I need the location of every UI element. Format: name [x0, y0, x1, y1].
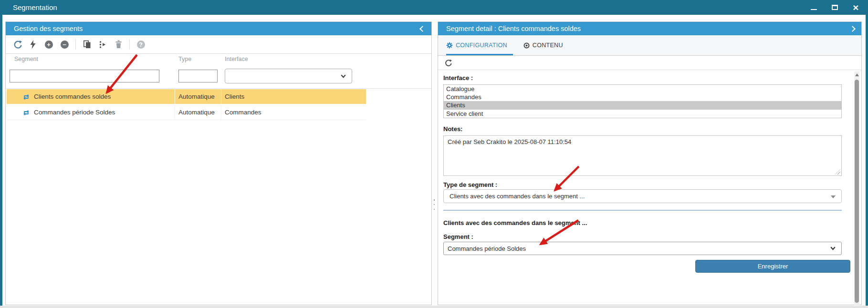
window-controls: ×	[809, 0, 860, 15]
segment-detail-panel: Segment detail : Clients commandes solde…	[438, 21, 862, 305]
window-title: Segmentation	[13, 3, 57, 11]
section-divider	[443, 210, 842, 211]
sync-icon	[22, 93, 30, 101]
help-button[interactable]: ?	[136, 40, 146, 49]
copy-icon	[83, 40, 91, 49]
add-segment-button[interactable]: +	[44, 40, 53, 49]
lightning-icon	[29, 40, 37, 49]
maximize-icon	[832, 5, 838, 10]
type-de-segment-value: Clients avec des commandes dans le segme…	[450, 193, 585, 200]
detail-tabbar: CONFIGURATION CONTENU	[438, 35, 861, 56]
help-icon: ?	[137, 41, 145, 49]
add-circle-icon: +	[45, 41, 53, 49]
table-row[interactable]: Commandes période Soldes Automatique Com…	[7, 105, 366, 120]
refresh-icon	[13, 40, 22, 49]
segments-panel: Gestion des segments + −	[5, 21, 432, 305]
enregistrer-button[interactable]: Enregistrer	[695, 260, 850, 273]
remove-circle-icon: −	[61, 41, 69, 49]
segment-label: Segment :	[443, 233, 473, 240]
tab-configuration-label: CONFIGURATION	[456, 42, 507, 49]
segments-panel-title: Gestion des segments	[14, 25, 83, 32]
duplicate-button[interactable]	[82, 40, 92, 49]
cell-segment: Clients commandes soldes	[34, 93, 111, 100]
segments-panel-header: Gestion des segments	[6, 22, 431, 35]
minimize-button[interactable]	[809, 3, 818, 12]
sync-icon	[22, 109, 30, 116]
cell-interface: Clients	[225, 93, 244, 100]
assign-icon	[99, 40, 107, 49]
minimize-icon	[811, 9, 817, 10]
maximize-button[interactable]	[830, 3, 839, 12]
trash-icon	[115, 40, 122, 49]
collapse-panel-icon[interactable]	[419, 26, 426, 32]
detail-toolbar	[438, 56, 861, 70]
chevron-down-icon	[830, 246, 836, 250]
column-header-segment: Segment	[14, 56, 38, 62]
assign-button[interactable]	[98, 40, 107, 49]
refresh-button[interactable]	[12, 40, 22, 49]
listbox-option[interactable]: Service client	[444, 110, 841, 118]
expand-panel-icon[interactable]	[849, 26, 856, 32]
interface-filter-select[interactable]	[225, 69, 352, 83]
tab-configuration[interactable]: CONFIGURATION	[446, 35, 513, 55]
detail-panel-title: Segment detail : Clients commandes solde…	[446, 25, 581, 32]
listbox-option[interactable]: Catalogue	[444, 85, 841, 93]
refresh-icon	[444, 59, 452, 67]
gear-icon	[446, 42, 453, 49]
cell-type: Automatique	[178, 109, 215, 116]
scrollbar-thumb[interactable]	[855, 80, 859, 303]
scrollbar-up-arrow[interactable]	[854, 72, 859, 78]
segment-filter-input[interactable]	[10, 70, 159, 82]
segment-select-value: Commandes période Soldes	[448, 245, 526, 252]
panel-splitter-handle[interactable]	[432, 199, 436, 210]
interface-label: Interface :	[443, 74, 473, 82]
table-top-border	[6, 88, 431, 89]
table-row[interactable]: Clients commandes soldes Automatique Cli…	[7, 89, 366, 104]
tab-contenu-label: CONTENU	[533, 42, 563, 49]
delete-button[interactable]	[114, 40, 123, 49]
column-header-type: Type	[178, 56, 191, 62]
section-heading: Clients avec des commandes dans le segme…	[443, 219, 587, 226]
vertical-scrollbar[interactable]	[854, 72, 859, 306]
notes-textarea[interactable]: Créé par Seb Crakito le 2025-08-07 11:10…	[443, 135, 842, 176]
app-window: Segmentation × Gestion des segments	[0, 0, 868, 308]
target-icon	[523, 42, 530, 49]
remove-segment-button[interactable]: −	[60, 40, 69, 49]
interface-listbox: Catalogue Commandes Clients Service clie…	[443, 84, 842, 118]
triangle-down-icon	[831, 195, 836, 198]
cell-interface: Commandes	[225, 109, 261, 116]
close-button[interactable]: ×	[851, 3, 860, 12]
detail-refresh-button[interactable]	[443, 58, 453, 68]
window-border-bottom	[0, 306, 868, 308]
segments-toolbar: + −	[6, 35, 431, 54]
chevron-down-icon	[341, 74, 346, 78]
type-de-segment-label: Type de segment :	[443, 181, 497, 188]
detail-panel-header: Segment detail : Clients commandes solde…	[438, 22, 861, 35]
tab-contenu[interactable]: CONTENU	[523, 35, 569, 55]
notes-label: Notes:	[443, 125, 462, 133]
cell-segment: Commandes période Soldes	[34, 109, 115, 116]
cell-type: Automatique	[178, 93, 215, 100]
listbox-option-selected[interactable]: Clients	[444, 101, 841, 109]
toolbar-separator	[129, 39, 130, 50]
window-titlebar: Segmentation ×	[0, 0, 868, 15]
window-border-right	[866, 15, 868, 306]
toolbar-separator	[75, 39, 76, 50]
execute-button[interactable]	[28, 40, 38, 49]
segment-select[interactable]: Commandes période Soldes	[443, 242, 842, 255]
column-header-interface: Interface	[225, 56, 248, 62]
close-icon: ×	[853, 2, 858, 12]
listbox-option[interactable]: Commandes	[444, 93, 841, 101]
type-de-segment-select[interactable]: Clients avec des commandes dans le segme…	[443, 189, 842, 203]
window-border-left	[0, 15, 2, 306]
type-filter-input[interactable]	[178, 70, 218, 82]
